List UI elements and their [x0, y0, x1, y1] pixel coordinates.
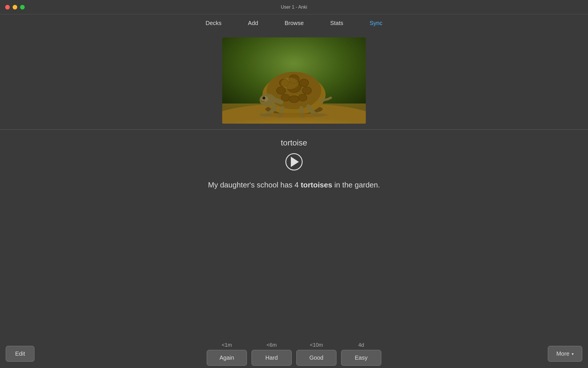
card-sentence: My daughter's school has 4 tortoises in …	[208, 179, 380, 191]
answer-buttons: <1m Again <6m Hard <10m Good 4d Easy	[204, 342, 384, 366]
nav-item-stats[interactable]: Stats	[326, 18, 348, 29]
svg-point-13	[298, 94, 307, 101]
more-button[interactable]: More ▾	[548, 346, 582, 362]
card-front	[0, 32, 588, 129]
answer-group-again: <1m Again	[207, 342, 247, 366]
card-answer: tortoise My daughter's school has 4 tort…	[0, 130, 588, 200]
svg-point-15	[281, 78, 298, 89]
svg-point-19	[263, 97, 264, 98]
title-bar: User 1 - Anki	[0, 0, 588, 14]
play-icon	[291, 157, 299, 167]
card-image	[222, 37, 366, 124]
dropdown-arrow-icon: ▾	[572, 352, 574, 356]
good-button[interactable]: Good	[296, 350, 336, 366]
svg-point-14	[289, 96, 299, 103]
answer-group-hard: <6m Hard	[252, 342, 292, 366]
sentence-prefix: My daughter's school has 4	[208, 181, 301, 189]
hard-time-label: <6m	[266, 342, 277, 348]
window-controls	[5, 5, 25, 9]
window-title: User 1 - Anki	[281, 5, 307, 10]
tortoise-svg	[222, 37, 366, 124]
play-audio-button[interactable]	[285, 153, 303, 170]
main-content: tortoise My daughter's school has 4 tort…	[0, 32, 588, 200]
sentence-suffix: in the garden.	[332, 181, 380, 189]
close-button[interactable]	[5, 5, 10, 9]
nav-item-decks[interactable]: Decks	[201, 18, 226, 29]
svg-point-9	[299, 79, 309, 87]
minimize-button[interactable]	[13, 5, 17, 9]
edit-button[interactable]: Edit	[6, 346, 34, 362]
nav-bar: Decks Add Browse Stats Sync	[0, 14, 588, 32]
good-time-label: <10m	[310, 342, 323, 348]
svg-point-11	[302, 87, 312, 94]
nav-item-add[interactable]: Add	[243, 18, 263, 29]
easy-time-label: 4d	[358, 342, 364, 348]
svg-point-20	[260, 113, 328, 117]
more-button-label: More	[556, 350, 570, 357]
nav-item-browse[interactable]: Browse	[280, 18, 308, 29]
card-word: tortoise	[281, 138, 307, 147]
again-time-label: <1m	[222, 342, 232, 348]
easy-button[interactable]: Easy	[341, 350, 381, 366]
again-button[interactable]: Again	[207, 350, 247, 366]
svg-point-10	[276, 87, 286, 94]
answer-group-good: <10m Good	[296, 342, 336, 366]
maximize-button[interactable]	[20, 5, 25, 9]
svg-point-18	[262, 97, 265, 99]
answer-group-easy: 4d Easy	[341, 342, 381, 366]
bottom-bar: Edit <1m Again <6m Hard <10m Good 4d Eas…	[0, 339, 588, 368]
hard-button[interactable]: Hard	[252, 350, 292, 366]
sentence-bold: tortoises	[301, 181, 332, 189]
nav-item-sync[interactable]: Sync	[365, 18, 387, 29]
